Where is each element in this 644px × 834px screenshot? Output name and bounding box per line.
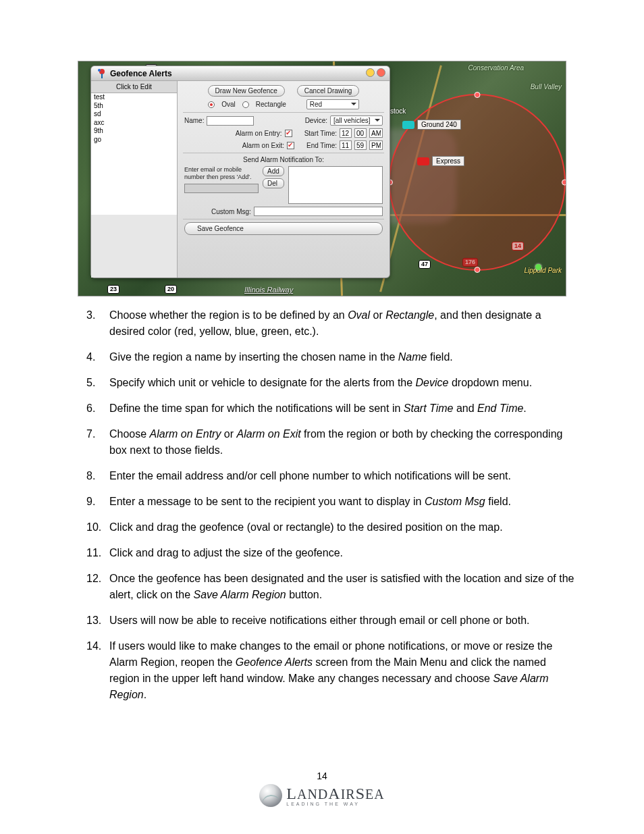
step-9: Enter a message to be sent to the recipi… [109,494,576,510]
resize-handle-bottom[interactable] [475,267,481,273]
end-time-label: End Time: [306,142,337,149]
step-14: If users would like to make changes to t… [109,638,576,703]
notification-hint: Enter email or mobile number then press … [184,166,259,181]
device-value: [all vehicles] [333,117,370,124]
divider [183,153,384,153]
list-item[interactable]: axc [91,119,177,128]
vehicle-marker-ground240[interactable]: Ground 240 [402,120,461,130]
alarm-exit-checkbox[interactable]: ✔ [287,142,294,149]
svg-point-1 [98,69,101,72]
name-label: Name: [184,117,204,124]
end-ampm-input[interactable] [369,140,383,150]
rectangle-radio[interactable] [242,101,249,108]
send-to-label: Send Alarm Notification To: [184,156,383,163]
map-label-bull-valley: Bull Valley [531,83,562,90]
landairsea-logo: LANDAIRSEA LEADING THE WAY [259,784,384,807]
minimize-icon[interactable] [366,68,375,77]
custom-msg-input[interactable] [254,207,383,216]
device-label: Device: [305,117,327,124]
instruction-list: Choose whether the region is to be defin… [68,307,576,703]
sidebar-header: Click to Edit [91,81,177,93]
divider [183,112,384,113]
logo-wordmark: LANDAIRSEA [286,785,384,803]
globe-icon [259,784,282,807]
step-13: Users will now be able to receive notifi… [109,613,576,629]
panel-title: Geofence Alerts [110,69,172,78]
step-5: Specify which unit or vehicle to designa… [109,375,576,391]
route-shield-47: 47 [419,260,431,269]
car-icon [402,121,414,129]
draw-geofence-button[interactable]: Draw New Geofence [208,85,285,97]
name-input[interactable] [207,116,254,126]
page-number: 14 [68,771,576,781]
color-select[interactable]: Red [306,99,359,109]
notification-input[interactable] [184,184,259,193]
resize-handle-top[interactable] [475,92,481,98]
del-button[interactable]: Del [263,178,284,188]
list-item[interactable]: go [91,136,177,145]
step-10: Click and drag the geofence (oval or rec… [109,519,576,536]
step-11: Click and drag to adjust the size of the… [109,545,576,561]
geofence-form: Draw New Geofence Cancel Drawing Oval Re… [178,81,390,278]
step-4: Give the region a name by inserting the … [109,349,576,365]
map-label-conservation: Conservation Area [468,64,524,72]
resize-handle-right[interactable] [562,180,566,186]
list-item[interactable]: sd [91,110,177,119]
vehicle-label: Express [432,156,464,166]
page-footer: 14 LANDAIRSEA LEADING THE WAY [68,771,576,810]
list-item[interactable]: 9th [91,127,177,136]
end-min-input[interactable] [354,140,367,150]
start-min-input[interactable] [354,128,367,138]
alarm-entry-label: Alarm on Entry: [236,130,282,137]
alarm-entry-checkbox[interactable]: ✔ [285,130,292,137]
vehicle-marker-express[interactable]: Express [417,156,464,166]
car-icon [417,157,429,165]
start-ampm-input[interactable] [369,128,383,138]
step-3: Choose whether the region is to be defin… [109,307,576,340]
geofence-screenshot: Conservation Area Bull Valley Lippold Pa… [78,61,566,296]
start-time-label: Start Time: [304,130,337,137]
pin-icon [97,68,107,79]
vehicle-label: Ground 240 [417,120,461,130]
device-select[interactable]: [all vehicles] [330,115,383,126]
close-icon[interactable] [377,68,385,77]
alarm-exit-label: Alarm on Exit: [242,142,284,149]
step-12: Once the geofence has been designated an… [109,571,576,603]
start-hour-input[interactable] [340,128,352,138]
add-button[interactable]: Add [263,166,284,176]
map-label-railway: Illinois Railway [244,286,293,294]
save-geofence-button[interactable]: Save Geofence [184,222,383,235]
list-item[interactable]: test [91,93,177,102]
list-item[interactable]: 5th [91,102,177,111]
notification-list[interactable] [288,166,383,204]
end-hour-input[interactable] [340,140,352,150]
color-value: Red [310,101,322,108]
route-shield-23: 23 [107,285,119,294]
divider [183,219,384,219]
step-7: Choose Alarm on Entry or Alarm on Exit f… [109,426,576,459]
map-label-lippold: Lippold Park [524,267,562,274]
oval-radio[interactable] [208,101,215,108]
custom-msg-label: Custom Msg: [211,208,251,215]
geofence-panel: Geofence Alerts Click to Edit test 5th s… [90,66,390,278]
step-8: Enter the email address and/or cell phon… [109,468,576,484]
geofence-list-sidebar: Click to Edit test 5th sd axc 9th go [91,81,178,278]
cancel-drawing-button[interactable]: Cancel Drawing [297,85,360,97]
oval-label: Oval [221,101,236,108]
sidebar-list: test 5th sd axc 9th go [91,93,177,215]
rectangle-label: Rectangle [256,101,286,108]
map-poi-icon [535,264,541,270]
route-shield-20: 20 [165,285,177,294]
panel-header[interactable]: Geofence Alerts [91,66,390,81]
step-6: Define the time span for which the notif… [109,400,576,417]
